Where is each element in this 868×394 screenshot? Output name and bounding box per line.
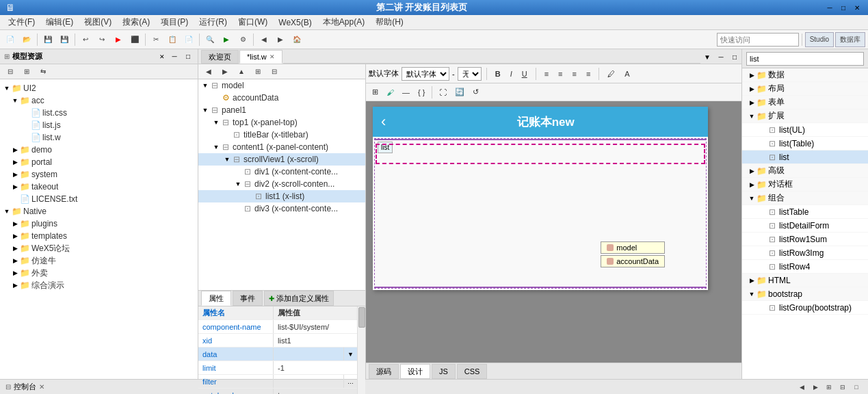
grid-btn[interactable]: ⊞ bbox=[369, 85, 382, 100]
arrow-right-btn[interactable]: ▶ bbox=[273, 32, 288, 47]
tree-item-list-js[interactable]: 📄 list.js bbox=[0, 119, 198, 131]
toggle-zonghe[interactable]: ▶ bbox=[11, 281, 19, 289]
bottom-nav-btn-1[interactable]: ◀ bbox=[795, 381, 808, 393]
tree-item-zonghe[interactable]: ▶ 📁 综合演示 bbox=[0, 279, 198, 291]
xml-item-div2[interactable]: ▼ ⊟ div2 (x-scroll-conten... bbox=[198, 178, 365, 190]
align-justify-btn[interactable]: ≡ bbox=[583, 66, 594, 81]
menu-window[interactable]: 窗口(W) bbox=[233, 15, 273, 29]
tree-item-ui2[interactable]: ▼ 📁 UI2 bbox=[0, 82, 198, 94]
run2-btn[interactable]: ⚙ bbox=[235, 32, 250, 47]
toggle-ui2[interactable]: ▼ bbox=[3, 84, 11, 92]
menu-help[interactable]: 帮助(H) bbox=[370, 15, 409, 29]
prop-tab-custom[interactable]: ✚ 添加自定义属性 bbox=[264, 291, 334, 306]
rti-advanced[interactable]: ▶ 📁 高级 bbox=[742, 164, 868, 178]
line-btn[interactable]: — bbox=[399, 85, 413, 100]
prop-action-data[interactable]: ▼ bbox=[343, 347, 357, 360]
tree-item-acc[interactable]: ▼ 📁 acc bbox=[0, 94, 198, 107]
rti-listdetailform[interactable]: ⊡ listDetailForm bbox=[742, 219, 868, 233]
toggle-takeout[interactable]: ▶ bbox=[11, 183, 19, 191]
tab-min-btn[interactable]: ─ bbox=[714, 50, 728, 64]
stop-btn[interactable]: ⬛ bbox=[127, 32, 142, 47]
redo-btn[interactable]: ↪ bbox=[94, 32, 109, 47]
home-btn[interactable]: 🏠 bbox=[289, 32, 304, 47]
menu-run[interactable]: 运行(R) bbox=[194, 15, 233, 29]
xml-item-model[interactable]: ▼ ⊟ model bbox=[198, 79, 365, 92]
open-btn[interactable]: 📂 bbox=[19, 32, 34, 47]
menu-edit[interactable]: 编辑(E) bbox=[40, 15, 79, 29]
css-tab[interactable]: CSS bbox=[457, 364, 488, 379]
align-center-btn[interactable]: ≡ bbox=[555, 66, 566, 81]
xml-item-div3[interactable]: ⊡ div3 (x-content-conte... bbox=[198, 202, 365, 215]
js-tab[interactable]: JS bbox=[432, 364, 456, 379]
menu-view[interactable]: 视图(V) bbox=[79, 15, 117, 29]
rti-listrow1sum[interactable]: ⊡ listRow1Sum bbox=[742, 233, 868, 246]
nav-up-btn[interactable]: ▲ bbox=[234, 64, 249, 79]
nav-back-btn[interactable]: ◀ bbox=[201, 64, 216, 79]
rti-data[interactable]: ▶ 📁 数据 bbox=[742, 68, 868, 82]
menu-native-app[interactable]: 本地App(A) bbox=[317, 15, 370, 29]
tree-item-portal[interactable]: ▶ 📁 portal bbox=[0, 156, 198, 168]
bottom-nav-btn-4[interactable]: ⊟ bbox=[837, 381, 849, 393]
tree-item-templates[interactable]: ▶ 📁 templates bbox=[0, 230, 198, 242]
undo-btn[interactable]: ↩ bbox=[78, 32, 93, 47]
rti-extend[interactable]: ▼ 📁 扩展 bbox=[742, 109, 868, 123]
rti-list[interactable]: ⊡ list bbox=[742, 150, 868, 164]
size-select[interactable]: 无 bbox=[458, 67, 482, 81]
underline-btn[interactable]: U bbox=[518, 66, 531, 81]
rti-bootstrap[interactable]: ▼ 📁 bootstrap bbox=[742, 287, 868, 301]
rti-list-table[interactable]: ⊡ list(Table) bbox=[742, 137, 868, 150]
prop-scrollbar[interactable] bbox=[357, 306, 365, 394]
refresh-btn[interactable]: ↺ bbox=[469, 85, 482, 100]
rti-combo[interactable]: ▼ 📁 组合 bbox=[742, 192, 868, 205]
menu-wex5[interactable]: WeX5(B) bbox=[273, 16, 317, 29]
rti-list-ul[interactable]: ⊡ list(UL) bbox=[742, 123, 868, 137]
rti-listtable[interactable]: ⊡ listTable bbox=[742, 205, 868, 219]
studio-btn[interactable]: Studio bbox=[805, 32, 834, 47]
component-search-input[interactable] bbox=[746, 52, 864, 66]
toggle-wex5[interactable]: ▶ bbox=[11, 244, 19, 252]
close-btn[interactable]: ✕ bbox=[852, 2, 863, 13]
toggle-fangtu[interactable]: ▶ bbox=[11, 257, 19, 265]
save-all-btn[interactable]: 💾 bbox=[57, 32, 72, 47]
color-btn[interactable]: A bbox=[621, 66, 633, 81]
bottom-nav-btn-5[interactable]: □ bbox=[850, 381, 863, 393]
xml-item-div1[interactable]: ⊡ div1 (x-content-conte... bbox=[198, 166, 365, 178]
code-btn[interactable]: { } bbox=[415, 85, 428, 100]
nav-fwd-btn[interactable]: ▶ bbox=[218, 64, 233, 79]
db-btn[interactable]: 数据库 bbox=[835, 32, 865, 47]
maximize-btn[interactable]: □ bbox=[838, 2, 849, 13]
design-tab[interactable]: 设计 bbox=[400, 364, 430, 379]
highlight-btn[interactable]: 🖊 bbox=[604, 66, 618, 81]
prop-row-2[interactable]: data ▼ bbox=[198, 347, 357, 361]
tree-item-native[interactable]: ▼ 📁 Native bbox=[0, 205, 198, 218]
prop-val-data[interactable] bbox=[274, 347, 343, 360]
paste-btn[interactable]: 📄 bbox=[181, 32, 196, 47]
prop-row-4[interactable]: filter … bbox=[198, 375, 357, 389]
arrow-left-btn[interactable]: ◀ bbox=[257, 32, 272, 47]
bold-btn[interactable]: B bbox=[492, 66, 504, 81]
bottom-nav-btn-3[interactable]: ⊞ bbox=[823, 381, 835, 393]
minimize-btn[interactable]: ─ bbox=[824, 2, 835, 13]
toggle-plugins[interactable]: ▶ bbox=[11, 220, 19, 228]
prop-row-1[interactable]: xid list1 bbox=[198, 334, 357, 347]
save-btn[interactable]: 💾 bbox=[40, 32, 55, 47]
xml-item-top1[interactable]: ▼ ⊟ top1 (x-panel-top) bbox=[198, 116, 365, 129]
cut-btn[interactable]: ✂ bbox=[148, 32, 163, 47]
prop-tab-event[interactable]: 事件 bbox=[233, 291, 263, 306]
rti-dialog[interactable]: ▶ 📁 对话框 bbox=[742, 178, 868, 192]
nav-expand-btn[interactable]: ⊞ bbox=[250, 64, 265, 79]
menu-project[interactable]: 项目(P) bbox=[155, 15, 194, 29]
toggle-templates[interactable]: ▶ bbox=[11, 232, 19, 240]
tree-item-waimai[interactable]: ▶ 📁 外卖 bbox=[0, 267, 198, 279]
rti-html[interactable]: ▶ 📁 HTML bbox=[742, 274, 868, 287]
prop-row-0[interactable]: component-name list-$UI/system/ bbox=[198, 320, 357, 334]
toggle-demo[interactable]: ▶ bbox=[11, 146, 19, 154]
rti-listgroup[interactable]: ⊡ listGroup(bootstrap) bbox=[742, 301, 868, 315]
sync-btn[interactable]: 🔄 bbox=[451, 85, 468, 100]
toggle-waimai[interactable]: ▶ bbox=[11, 269, 19, 277]
back-btn-icon[interactable]: ‹ bbox=[381, 113, 386, 131]
tree-item-wex5[interactable]: ▶ 📁 WeX5论坛 bbox=[0, 242, 198, 254]
tree-item-fangtu[interactable]: ▶ 📁 仿途牛 bbox=[0, 254, 198, 267]
rti-form[interactable]: ▶ 📁 表单 bbox=[742, 96, 868, 109]
prop-action-filter[interactable]: … bbox=[343, 375, 357, 388]
